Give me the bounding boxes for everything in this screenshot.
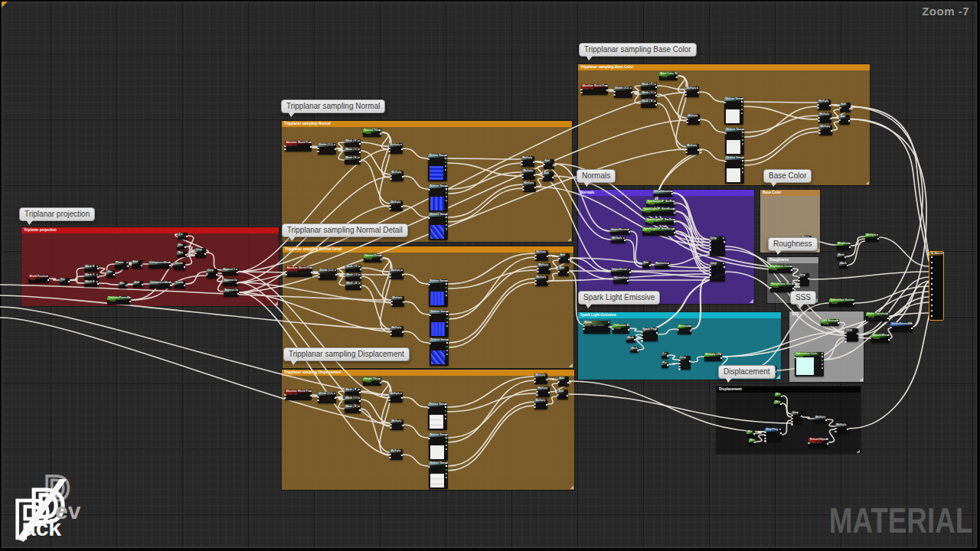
- node-pin[interactable]: [742, 168, 743, 169]
- node-pin[interactable]: [709, 246, 710, 248]
- node-pin[interactable]: [284, 148, 286, 150]
- node-pin[interactable]: [534, 258, 536, 259]
- graph-node[interactable]: Texture Sample: [429, 433, 448, 461]
- node-pin[interactable]: [822, 360, 823, 361]
- graph-node[interactable]: Multiply: [523, 181, 536, 192]
- graph-node[interactable]: Texture Sample: [428, 154, 447, 181]
- node-pin[interactable]: [742, 135, 743, 137]
- node-pin[interactable]: [741, 101, 743, 103]
- node-pin[interactable]: [818, 132, 820, 134]
- node-pin[interactable]: [709, 266, 710, 267]
- node-pin[interactable]: [690, 330, 691, 331]
- node-pin[interactable]: [446, 192, 447, 194]
- node-pin[interactable]: [169, 265, 171, 266]
- graph-node[interactable]: Multiply: [390, 326, 403, 337]
- node-pin[interactable]: [389, 273, 390, 275]
- node-pin[interactable]: [142, 284, 143, 285]
- node-pin[interactable]: [667, 364, 668, 366]
- node-pin[interactable]: [521, 177, 523, 178]
- node-pin[interactable]: [381, 259, 382, 260]
- node-pin[interactable]: [402, 274, 403, 276]
- node-pin[interactable]: [838, 322, 839, 324]
- node-pin[interactable]: [844, 256, 846, 258]
- node-pin[interactable]: [389, 457, 390, 458]
- node-pin[interactable]: [285, 274, 286, 276]
- graph-node[interactable]: Divide (3,3): [318, 269, 337, 280]
- node-pin[interactable]: [835, 428, 836, 429]
- material-input-pin[interactable]: [931, 278, 933, 279]
- node-pin[interactable]: [829, 105, 831, 106]
- node-pin[interactable]: [390, 178, 391, 180]
- node-pin[interactable]: [547, 281, 548, 282]
- node-pin[interactable]: [445, 161, 446, 163]
- node-pin[interactable]: [637, 350, 639, 351]
- graph-node[interactable]: SparkLight3P_BrwRoughParam: [642, 227, 675, 236]
- node-pin[interactable]: [390, 424, 391, 425]
- graph-node[interactable]: Multiply: [390, 449, 403, 460]
- node-pin[interactable]: [237, 282, 238, 284]
- node-pin[interactable]: [537, 271, 538, 272]
- graph-node[interactable]: Divide (3,3): [614, 86, 632, 98]
- graph-node[interactable]: Brightness ContrastParam: [769, 265, 792, 273]
- material-input-pin[interactable]: [931, 267, 933, 269]
- graph-node[interactable]: 1-x: [178, 233, 188, 240]
- graph-node[interactable]: Multiply: [685, 86, 699, 97]
- node-pin[interactable]: [684, 91, 686, 93]
- node-pin[interactable]: [857, 333, 858, 334]
- node-pin[interactable]: [838, 119, 840, 121]
- node-pin[interactable]: [360, 277, 361, 279]
- node-pin[interactable]: [794, 357, 795, 358]
- graph-node[interactable]: Add: [839, 115, 850, 125]
- graph-node[interactable]: Normal BlendParam: [871, 334, 890, 343]
- graph-node[interactable]: Mask ( R ): [641, 83, 657, 90]
- node-pin[interactable]: [567, 395, 568, 396]
- node-pin[interactable]: [742, 139, 743, 141]
- node-pin[interactable]: [522, 186, 524, 187]
- graph-node[interactable]: Mask: [626, 336, 635, 343]
- node-pin[interactable]: [446, 321, 448, 323]
- node-pin[interactable]: [335, 274, 337, 276]
- graph-node[interactable]: Add: [132, 260, 142, 269]
- graph-node[interactable]: Max: [749, 439, 756, 445]
- node-pin[interactable]: [359, 400, 361, 402]
- graph-node[interactable]: Add: [557, 390, 568, 399]
- graph-node[interactable]: Base Color TilingParam: [659, 72, 678, 80]
- node-pin[interactable]: [686, 119, 688, 120]
- graph-node[interactable]: Max: [774, 400, 782, 407]
- node-pin[interactable]: [445, 410, 446, 412]
- node-pin[interactable]: [791, 269, 792, 271]
- node-pin[interactable]: [446, 196, 447, 197]
- node-pin[interactable]: [720, 357, 722, 359]
- node-pin[interactable]: [446, 224, 447, 226]
- node-pin[interactable]: [401, 455, 403, 456]
- node-pin[interactable]: [68, 281, 70, 282]
- graph-node[interactable]: VertexNormalWS: [890, 322, 913, 332]
- graph-node[interactable]: Mask ( B ): [345, 282, 361, 290]
- node-pin[interactable]: [825, 419, 827, 421]
- graph-node[interactable]: Texture Sample: [725, 156, 744, 184]
- graph-node[interactable]: Multiply: [686, 144, 699, 155]
- node-pin[interactable]: [537, 268, 538, 269]
- node-pin[interactable]: [624, 240, 626, 241]
- graph-node[interactable]: Mask ( G ): [345, 273, 361, 281]
- material-input-pin[interactable]: [931, 299, 933, 301]
- node-pin[interactable]: [791, 423, 792, 425]
- node-pin[interactable]: [827, 443, 828, 445]
- node-pin[interactable]: [741, 105, 743, 106]
- node-pin[interactable]: [808, 442, 809, 444]
- node-pin[interactable]: [546, 404, 547, 406]
- node-pin[interactable]: [742, 143, 743, 145]
- node-pin[interactable]: [741, 112, 743, 114]
- node-pin[interactable]: [543, 164, 544, 165]
- graph-node[interactable]: Mask ( B ): [641, 99, 657, 108]
- node-pin[interactable]: [522, 189, 524, 191]
- node-pin[interactable]: [97, 276, 99, 278]
- graph-node[interactable]: Add: [543, 171, 554, 181]
- node-pin[interactable]: [674, 221, 675, 223]
- node-pin[interactable]: [798, 277, 799, 279]
- graph-node[interactable]: Disp Flag: [765, 428, 782, 442]
- node-pin[interactable]: [390, 427, 391, 429]
- material-input-pin[interactable]: [931, 310, 933, 311]
- node-pin[interactable]: [359, 161, 361, 162]
- node-pin[interactable]: [446, 346, 448, 347]
